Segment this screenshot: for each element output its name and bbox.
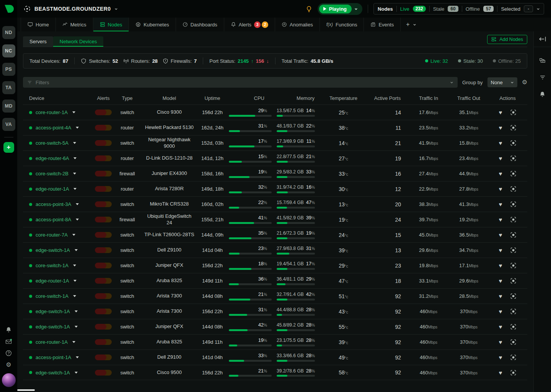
filters-input[interactable] [36,80,447,85]
table-row[interactable]: edge-switch-1A switch Juniper QFX 144d 0… [23,319,527,334]
device-name[interactable]: core-router-1A [36,339,68,345]
favorite-heart-icon[interactable]: ♥ [499,140,502,146]
inspect-scan-icon[interactable] [510,232,516,238]
device-name[interactable]: core-switch-1A [36,293,68,299]
device-name[interactable]: access-point-4A [36,125,71,131]
sidebar-item-ps[interactable]: PS [2,63,15,76]
favorite-heart-icon[interactable]: ♥ [499,309,502,314]
col-type[interactable]: Type [115,95,140,101]
device-name[interactable]: edge-switch-1A [36,309,70,314]
table-row[interactable]: core-switch-5A switch Netgear Nighthawk … [23,135,527,150]
playing-control[interactable]: Playing [318,3,362,15]
help-icon[interactable] [5,350,12,356]
space-selector[interactable]: BEASTMODE.GROUNDZER0 [24,5,118,12]
table-row[interactable]: edge-router-6A router D-Link DGS-1210-28… [23,150,527,166]
inspect-scan-icon[interactable] [510,293,516,299]
favorite-heart-icon[interactable]: ♥ [499,354,502,360]
device-expand-chevron-icon[interactable] [76,219,79,220]
tab-functions[interactable]: f(x) Functions [320,18,364,31]
table-row[interactable]: access-point-8A firewall Ubiquiti EdgeSw… [23,212,527,227]
table-row[interactable]: core-switch-1A switch Juniper QFX 156d 2… [23,258,527,273]
collapse-sidebar-icon[interactable] [539,36,546,42]
table-row[interactable]: access-point-3A switch MikroTik CRS328 1… [23,196,527,212]
alerts-warning-badge[interactable]: 2 [262,21,268,28]
tab-anomalies[interactable]: Anomalies [275,18,320,31]
inspect-scan-icon[interactable] [510,171,516,176]
table-row[interactable]: edge-switch-1A switch Dell Z9100 141d 04… [23,242,527,258]
table-row[interactable]: access-point-1A switch Dell Z9100 141d 0… [23,350,527,365]
table-settings-gear-icon[interactable]: ⚙ [522,79,527,85]
add-workspace-button[interactable]: + [3,142,14,153]
user-avatar[interactable] [2,373,16,387]
col-traffic-in[interactable]: Traffic In [408,95,450,101]
col-memory[interactable]: Memory [274,95,320,101]
offline-count-badge[interactable]: 57 [483,6,494,12]
favorite-heart-icon[interactable]: ♥ [499,370,502,376]
device-expand-chevron-icon[interactable] [76,127,79,129]
playing-chevron-icon[interactable] [354,7,358,11]
col-actions[interactable]: Actions [488,95,527,101]
favorite-heart-icon[interactable]: ♥ [499,155,502,161]
device-expand-chevron-icon[interactable] [73,265,76,266]
favorite-heart-icon[interactable]: ♥ [499,247,502,253]
device-name[interactable]: edge-switch-1A [36,324,70,330]
favorite-heart-icon[interactable]: ♥ [499,293,502,299]
tab-nodes[interactable]: Nodes [93,18,129,31]
favorite-heart-icon[interactable]: ♥ [499,217,502,222]
inspect-scan-icon[interactable] [510,263,516,268]
sidebar-item-nd[interactable]: ND [2,26,15,39]
device-expand-chevron-icon[interactable] [76,356,79,358]
selected-count-badge[interactable]: - [524,5,533,12]
device-expand-chevron-icon[interactable] [75,310,78,312]
inspect-scan-icon[interactable] [510,309,516,314]
filters-input-wrap[interactable] [23,77,458,88]
alerts-panel-bell-icon[interactable] [539,91,546,98]
col-model[interactable]: Model [140,95,199,101]
device-expand-chevron-icon[interactable] [73,173,76,175]
inspect-scan-icon[interactable] [510,324,516,330]
col-active-ports[interactable]: Active Ports [367,95,408,101]
feedback-inbox-icon[interactable] [5,338,12,345]
device-expand-chevron-icon[interactable] [73,280,77,282]
tab-metrics[interactable]: Metrics [56,18,93,31]
notifications-bell-icon[interactable] [5,327,12,333]
favorite-heart-icon[interactable]: ♥ [499,125,502,131]
live-count-badge[interactable]: 232 [413,6,426,12]
inspect-scan-icon[interactable] [510,354,516,360]
device-name[interactable]: edge-router-1A [36,186,69,192]
table-row[interactable]: edge-switch-1A switch Arista 7300 156d 2… [23,304,527,319]
settings-gear-icon[interactable]: ⚙ [6,362,11,368]
device-expand-chevron-icon[interactable] [75,326,78,328]
inspect-scan-icon[interactable] [510,278,516,284]
table-row[interactable]: edge-router-1A router Arista 7280R 149d,… [23,181,527,196]
col-traffic-out[interactable]: Traffic Out [450,95,488,101]
node-tree-icon[interactable] [539,58,546,64]
group-by-select[interactable]: None [487,77,517,87]
inspect-scan-icon[interactable] [510,201,516,207]
inspect-scan-icon[interactable] [510,370,516,376]
device-name[interactable]: edge-switch-1A [36,247,70,253]
favorite-heart-icon[interactable]: ♥ [499,171,502,176]
sidebar-item-ta[interactable]: TA [2,81,15,94]
table-row[interactable]: core-switch-2B firewall Juniper EX4300 1… [23,166,527,181]
table-row[interactable]: core-switch-1A switch Arista 7300 144d 0… [23,288,527,304]
playing-button[interactable]: Playing [319,5,352,13]
chevron-down-icon[interactable] [114,7,118,11]
sidebar-item-nc[interactable]: NC [2,44,15,57]
device-expand-chevron-icon[interactable] [72,111,75,113]
inspect-scan-icon[interactable] [510,186,516,192]
device-name[interactable]: edge-router-6A [36,155,69,161]
sidebar-item-md[interactable]: MD [2,100,15,113]
subtab-network-devices[interactable]: Network Devices [53,36,104,47]
favorite-heart-icon[interactable]: ♥ [499,339,502,345]
table-row[interactable]: core-router-1A switch Aruba 8325 149d 11… [23,334,527,350]
device-name[interactable]: access-point-3A [36,201,71,207]
device-name[interactable]: core-router-1A [36,109,68,115]
favorite-heart-icon[interactable]: ♥ [499,186,502,192]
subtab-servers[interactable]: Servers [23,36,53,47]
table-row[interactable]: core-router-1A switch Cisco 9300 156d 22… [23,105,527,120]
favorite-heart-icon[interactable]: ♥ [499,263,502,268]
table-row[interactable]: edge-switch-1A switch Cisco 9500 156d 22… [23,365,527,380]
add-tab-button[interactable]: + [401,18,421,31]
device-expand-chevron-icon[interactable] [72,341,75,343]
